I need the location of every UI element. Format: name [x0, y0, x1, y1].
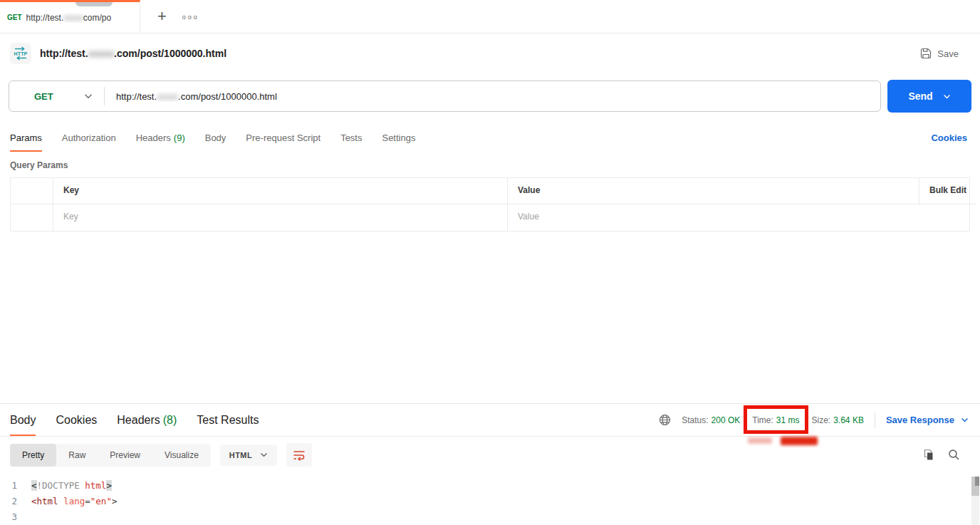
format-select[interactable]: HTML — [220, 445, 277, 466]
workspace-empty-area — [0, 232, 980, 403]
url-row: GET http://test.xxxxx.com/post/1000000.h… — [0, 71, 980, 123]
view-visualize-button[interactable]: Visualize — [152, 444, 211, 467]
tab-tests[interactable]: Tests — [340, 123, 362, 152]
response-meta: Status:200 OK Time:31 ms Size:3.64 KB Sa… — [659, 404, 970, 436]
request-tab[interactable]: GET http://test.xxxxxcom/po — [0, 0, 140, 33]
method-label: GET — [34, 91, 53, 102]
key-column-header: Key — [53, 178, 508, 204]
toolbar-right-icons — [923, 449, 960, 461]
chevron-down-icon — [961, 417, 969, 422]
method-select[interactable]: GET — [9, 91, 104, 102]
tab-headers[interactable]: Headers(9) — [136, 123, 185, 152]
redacted-domain: xxxxx — [157, 91, 178, 102]
copy-icon[interactable] — [923, 449, 935, 461]
globe-icon[interactable] — [659, 414, 671, 426]
url-input[interactable]: http://test.xxxxx.com/post/1000000.html — [105, 91, 880, 102]
value-input[interactable]: Value — [508, 204, 969, 231]
svg-text:HTTP: HTTP — [14, 51, 28, 57]
view-pretty-button[interactable]: Pretty — [10, 444, 56, 467]
status-badge[interactable]: Status:200 OK — [682, 415, 740, 425]
tab-url-label: http://test.xxxxxcom/po — [26, 13, 112, 23]
tab-authorization[interactable]: Authorization — [62, 123, 116, 152]
key-input[interactable]: Key — [53, 204, 508, 231]
time-badge[interactable]: Time:31 ms — [751, 415, 801, 425]
save-response-button[interactable]: Save Response — [886, 415, 969, 425]
save-icon — [920, 48, 932, 59]
send-label: Send — [908, 90, 932, 102]
save-label: Save — [937, 48, 959, 59]
redacted-domain: xxxxx — [88, 48, 114, 59]
value-column-header: Value — [508, 178, 919, 204]
line-number: 1 — [0, 478, 31, 494]
tab-settings[interactable]: Settings — [382, 123, 415, 152]
line-number: 3 — [0, 509, 31, 525]
tab-pre-request-script[interactable]: Pre-request Script — [246, 123, 320, 152]
table-row: Key Value — [11, 204, 969, 231]
search-icon[interactable] — [948, 449, 960, 461]
view-raw-button[interactable]: Raw — [56, 444, 98, 467]
query-params-table: Key Value Bulk Edit Key Value — [10, 177, 970, 232]
tab-params[interactable]: Params — [10, 123, 42, 152]
response-view-switcher: Pretty Raw Preview Visualize — [10, 444, 211, 467]
request-tabs: Params Authorization Headers(9) Body Pre… — [0, 123, 980, 152]
query-params-title: Query Params — [0, 152, 980, 177]
table-header-row: Key Value Bulk Edit — [11, 178, 969, 204]
request-header: HTTP http://test.xxxxx.com/post/1000000.… — [0, 33, 980, 71]
http-protocol-icon: HTTP — [10, 43, 31, 64]
url-group: GET http://test.xxxxx.com/post/1000000.h… — [9, 80, 881, 112]
response-body-code: 1 <!DOCTYPE html> 2 <html lang="en"> 3 — [0, 473, 980, 525]
response-headers-count-badge: (8) — [163, 414, 177, 427]
chevron-down-icon — [84, 93, 93, 99]
response-tab-body[interactable]: Body — [10, 404, 36, 436]
bulk-edit-button[interactable]: Bulk Edit — [919, 178, 976, 204]
code-line: 2 <html lang="en"> — [0, 494, 980, 509]
size-badge[interactable]: Size:3.64 KB — [812, 415, 864, 425]
redacted-domain: xxxxx — [63, 13, 83, 23]
chevron-down-icon — [260, 452, 268, 457]
cookies-link[interactable]: Cookies — [931, 132, 967, 143]
tab-scroll-indicator — [75, 2, 113, 6]
format-label: HTML — [229, 451, 252, 459]
code-line: 1 <!DOCTYPE html> — [0, 478, 980, 494]
divider — [875, 412, 875, 428]
response-tab-headers[interactable]: Headers(8) — [117, 404, 177, 436]
request-title: http://test.xxxxx.com/post/1000000.html — [40, 48, 226, 59]
scrollbar-thumb[interactable] — [971, 477, 979, 496]
tab-method-badge: GET — [7, 14, 22, 21]
response-toolbar: Pretty Raw Preview Visualize HTML — [0, 437, 980, 473]
tab-body[interactable]: Body — [205, 123, 226, 152]
code-line: 3 — [0, 509, 980, 525]
wrap-lines-icon — [293, 449, 306, 461]
wrap-lines-button[interactable] — [286, 443, 312, 467]
headers-count-badge: (9) — [174, 132, 185, 143]
line-number: 2 — [0, 494, 31, 509]
tab-bar: GET http://test.xxxxxcom/po + ooo — [0, 0, 980, 33]
view-preview-button[interactable]: Preview — [98, 444, 152, 467]
response-tab-cookies[interactable]: Cookies — [56, 404, 97, 436]
code-scrollbar[interactable] — [971, 477, 979, 525]
chevron-down-icon — [943, 94, 951, 99]
new-tab-button[interactable]: + — [157, 9, 167, 24]
save-button[interactable]: Save — [920, 48, 959, 59]
response-tabs: Body Cookies Headers(8) Test Results Sta… — [0, 404, 980, 437]
send-button[interactable]: Send — [887, 80, 971, 113]
more-tabs-button[interactable]: ooo — [182, 12, 199, 21]
row-select-cell[interactable] — [11, 204, 53, 231]
response-tab-test-results[interactable]: Test Results — [197, 404, 259, 436]
response-section: Body Cookies Headers(8) Test Results Sta… — [0, 403, 980, 525]
select-column-header — [11, 178, 53, 204]
